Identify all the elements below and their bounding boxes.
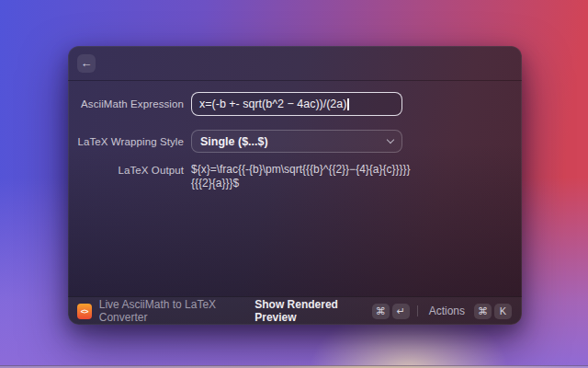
latex-output-row: LaTeX Output ${x}=\frac{{-{b}\pm\sqrt{{{… <box>68 163 522 190</box>
latex-output-line1: ${x}=\frac{{-{b}\pm\sqrt{{{b}^{{2}}−{4}{… <box>191 163 411 177</box>
actions-button[interactable]: Actions <box>429 305 465 317</box>
raycast-window: ← AsciiMath Expression x=(-b +- sqrt(b^2… <box>68 46 522 325</box>
expression-input[interactable]: x=(-b +- sqrt(b^2 − 4ac))/(2a) <box>191 92 402 116</box>
wrapping-style-row: LaTeX Wrapping Style Single ($...$) <box>68 130 522 153</box>
extension-title: Live AsciiMath to LaTeX Converter <box>99 298 255 324</box>
k-key-badge: K <box>494 304 512 319</box>
action-bar-right: Show Rendered Preview ⌘ ↵ Actions ⌘ K <box>254 298 512 324</box>
back-button[interactable]: ← <box>77 54 96 73</box>
extension-icon: <> <box>77 304 92 319</box>
wrapping-style-value: Single ($...$) <box>200 135 268 148</box>
wrapping-style-dropdown[interactable]: Single ($...$) <box>191 130 402 153</box>
window-header: ← <box>68 46 522 81</box>
wrapping-style-label: LaTeX Wrapping Style <box>68 136 184 147</box>
back-arrow-icon: ← <box>81 54 93 73</box>
shortcut-divider <box>417 305 418 316</box>
converter-form: AsciiMath Expression x=(-b +- sqrt(b^2 −… <box>68 81 522 190</box>
action-bar: <> Live AsciiMath to LaTeX Converter Sho… <box>68 296 522 325</box>
enter-key-badge: ↵ <box>392 304 410 319</box>
cmd-key-badge: ⌘ <box>372 304 390 319</box>
code-brackets-glyph: <> <box>81 307 88 316</box>
latex-output-value: ${x}=\frac{{-{b}\pm\sqrt{{{b}^{{2}}−{4}{… <box>191 163 411 190</box>
latex-output-line2: {{{2}{a}}}$ <box>191 177 411 190</box>
text-caret <box>347 98 349 110</box>
cmd-key-badge: ⌘ <box>474 304 492 319</box>
desktop-background: ← AsciiMath Expression x=(-b +- sqrt(b^2… <box>0 0 588 368</box>
expression-input-value: x=(-b +- sqrt(b^2 − 4ac))/(2a) <box>199 98 346 110</box>
chevron-down-icon <box>387 136 394 144</box>
show-rendered-preview-button[interactable]: Show Rendered Preview <box>254 298 363 324</box>
latex-output-label: LaTeX Output <box>68 163 184 176</box>
expression-label: AsciiMath Expression <box>68 98 184 109</box>
expression-row: AsciiMath Expression x=(-b +- sqrt(b^2 −… <box>68 92 522 116</box>
action-bar-left: <> Live AsciiMath to LaTeX Converter <box>77 298 254 324</box>
